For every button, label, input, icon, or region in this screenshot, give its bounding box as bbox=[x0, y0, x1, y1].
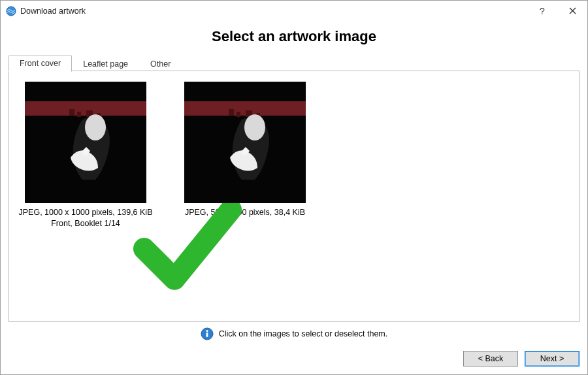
svg-rect-10 bbox=[229, 109, 234, 116]
svg-point-14 bbox=[244, 114, 265, 140]
hint-text: Click on the images to select or deselec… bbox=[219, 329, 387, 338]
svg-rect-2 bbox=[25, 101, 146, 116]
svg-point-16 bbox=[206, 330, 208, 332]
tab-other[interactable]: Other bbox=[139, 56, 182, 72]
page-title: Select an artwork image bbox=[8, 28, 580, 45]
svg-rect-3 bbox=[69, 109, 74, 116]
close-icon bbox=[569, 6, 576, 16]
tab-front-cover[interactable]: Front cover bbox=[8, 56, 72, 72]
svg-point-7 bbox=[85, 114, 106, 140]
svg-rect-9 bbox=[184, 101, 306, 116]
help-button[interactable]: ? bbox=[527, 1, 557, 22]
thumbnail-list: JPEG, 1000 x 1000 pixels, 139,6 KiB Fron… bbox=[17, 82, 571, 229]
tab-panel: JPEG, 1000 x 1000 pixels, 139,6 KiB Fron… bbox=[8, 71, 580, 322]
info-icon bbox=[201, 327, 214, 340]
svg-rect-11 bbox=[237, 112, 240, 117]
artwork-item: JPEG, 1000 x 1000 pixels, 139,6 KiB Fron… bbox=[17, 82, 154, 229]
svg-rect-4 bbox=[77, 112, 81, 117]
app-icon bbox=[6, 6, 16, 16]
back-button[interactable]: < Back bbox=[463, 351, 518, 367]
artwork-thumbnail[interactable] bbox=[25, 82, 146, 203]
next-button[interactable]: Next > bbox=[525, 351, 580, 367]
selected-check-icon bbox=[127, 184, 145, 202]
tab-leaflet-page[interactable]: Leaflet page bbox=[72, 56, 139, 72]
titlebar: Download artwork ? bbox=[1, 1, 587, 22]
svg-rect-17 bbox=[206, 333, 208, 337]
button-bar: < Back Next > bbox=[1, 350, 587, 374]
help-icon: ? bbox=[540, 6, 545, 16]
dialog-window: Download artwork ? Select an artwork ima… bbox=[0, 0, 588, 375]
window-title: Download artwork bbox=[20, 7, 86, 16]
artwork-thumbnail[interactable] bbox=[184, 82, 306, 203]
page-body: Select an artwork image Front cover Leaf… bbox=[1, 22, 587, 350]
close-button[interactable] bbox=[557, 1, 587, 22]
hint-bar: Click on the images to select or deselec… bbox=[8, 322, 580, 344]
tabstrip: Front cover Leaflet page Other bbox=[8, 54, 580, 71]
